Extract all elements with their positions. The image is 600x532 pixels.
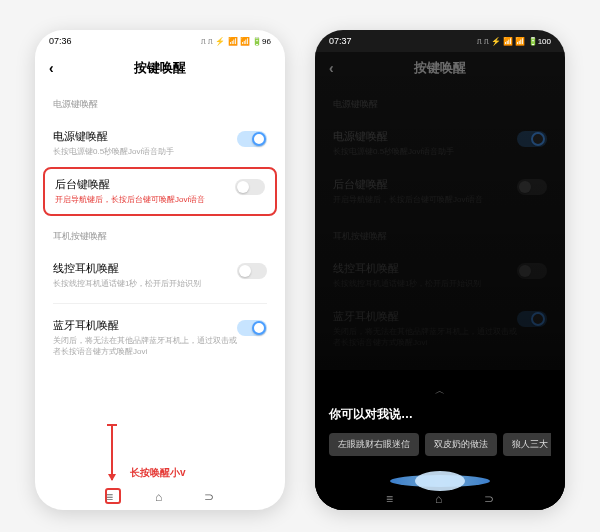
nav-bar: ≡ ⌂ ⊃	[315, 492, 565, 506]
status-icons: ⎍ ⎍ ⚡ 📶 📶 🔋100	[477, 37, 551, 46]
home-icon[interactable]: ⌂	[155, 490, 162, 504]
suggestion-chip[interactable]: 狼人三大	[503, 433, 551, 456]
item-desc: 开启导航键后，长按后台键可唤醒Jovi语音	[333, 195, 517, 205]
item-title: 电源键唤醒	[333, 129, 517, 144]
item-desc: 关闭后，将无法在其他品牌蓝牙耳机上，通过双击或者长按语音键方式唤醒Jovi	[333, 327, 517, 348]
status-bar: 07:36 ⎍ ⎍ ⚡ 📶 📶 🔋96	[35, 30, 285, 52]
svg-point-1	[415, 471, 465, 491]
toggle-back-key-wake	[517, 179, 547, 195]
page-title: 按键唤醒	[414, 59, 466, 77]
back-icon[interactable]: ‹	[329, 60, 334, 76]
back-key-wake-item: 后台键唤醒 开启导航键后，长按后台键可唤醒Jovi语音	[333, 167, 547, 215]
toggle-power-wake	[517, 131, 547, 147]
bluetooth-headset-wake-item[interactable]: 蓝牙耳机唤醒 关闭后，将无法在其他品牌蓝牙耳机上，通过双击或者长按语音键方式唤醒…	[53, 308, 267, 367]
back-nav-icon[interactable]: ⊃	[204, 490, 214, 504]
toggle-back-key-wake[interactable]	[235, 179, 265, 195]
header: ‹ 按键唤醒	[315, 52, 565, 84]
nav-bar: ≡ ⌂ ⊃	[35, 490, 285, 504]
item-desc: 长按线控耳机通话键1秒，松开后开始识别	[333, 279, 517, 289]
item-title: 蓝牙耳机唤醒	[53, 318, 237, 333]
back-nav-icon[interactable]: ⊃	[484, 492, 494, 506]
back-key-wake-item[interactable]: 后台键唤醒 开启导航键后，长按后台键可唤醒Jovi语音	[55, 175, 265, 207]
item-title: 线控耳机唤醒	[333, 261, 517, 276]
annotation-text: 长按唤醒小v	[130, 466, 186, 480]
item-title: 后台键唤醒	[55, 177, 235, 192]
settings-list: 电源键唤醒 电源键唤醒 长按电源键0.5秒唤醒Jovi语音助手 后台键唤醒 开启…	[315, 98, 565, 358]
item-title: 蓝牙耳机唤醒	[333, 309, 517, 324]
highlighted-box: 后台键唤醒 开启导航键后，长按后台键可唤醒Jovi语音	[43, 167, 277, 215]
section-label: 电源键唤醒	[333, 98, 547, 111]
home-icon[interactable]: ⌂	[435, 492, 442, 506]
suggestion-chips: 左眼跳财右眼迷信 双皮奶的做法 狼人三大	[329, 433, 551, 456]
time: 07:36	[49, 36, 72, 46]
toggle-power-wake[interactable]	[237, 131, 267, 147]
item-title: 线控耳机唤醒	[53, 261, 237, 276]
section-label: 电源键唤醒	[53, 98, 267, 111]
divider	[53, 303, 267, 304]
menu-icon[interactable]: ≡	[106, 490, 113, 504]
toggle-bluetooth-headset[interactable]	[237, 320, 267, 336]
toggle-bluetooth-headset	[517, 311, 547, 327]
item-title: 电源键唤醒	[53, 129, 237, 144]
back-icon[interactable]: ‹	[49, 60, 54, 76]
status-icons: ⎍ ⎍ ⚡ 📶 📶 🔋96	[201, 37, 271, 46]
menu-icon[interactable]: ≡	[386, 492, 393, 506]
item-desc: 关闭后，将无法在其他品牌蓝牙耳机上，通过双击或者长按语音键方式唤醒Jovi	[53, 336, 237, 357]
arrow-icon	[111, 425, 113, 480]
phone-right: 07:37 ⎍ ⎍ ⚡ 📶 📶 🔋100 ‹ 按键唤醒 电源键唤醒 电源键唤醒 …	[315, 30, 565, 510]
wired-headset-wake-item[interactable]: 线控耳机唤醒 长按线控耳机通话键1秒，松开后开始识别	[53, 251, 267, 299]
page-title: 按键唤醒	[134, 59, 186, 77]
item-desc: 开启导航键后，长按后台键可唤醒Jovi语音	[55, 195, 235, 205]
section-label: 耳机按键唤醒	[333, 230, 547, 243]
header: ‹ 按键唤醒	[35, 52, 285, 84]
item-desc: 长按线控耳机通话键1秒，松开后开始识别	[53, 279, 237, 289]
power-key-wake-item[interactable]: 电源键唤醒 长按电源键0.5秒唤醒Jovi语音助手	[53, 119, 267, 167]
section-label: 耳机按键唤醒	[53, 230, 267, 243]
time: 07:37	[329, 36, 352, 46]
voice-assistant-panel: ︿ 你可以对我说… 左眼跳财右眼迷信 双皮奶的做法 狼人三大	[315, 370, 565, 510]
item-title: 后台键唤醒	[333, 177, 517, 192]
item-desc: 长按电源键0.5秒唤醒Jovi语音助手	[333, 147, 517, 157]
annotation-arrow	[111, 425, 113, 480]
suggestion-chip[interactable]: 双皮奶的做法	[425, 433, 497, 456]
power-key-wake-item: 电源键唤醒 长按电源键0.5秒唤醒Jovi语音助手	[333, 119, 547, 167]
chevron-up-icon[interactable]: ︿	[329, 384, 551, 398]
item-desc: 长按电源键0.5秒唤醒Jovi语音助手	[53, 147, 237, 157]
wired-headset-wake-item: 线控耳机唤醒 长按线控耳机通话键1秒，松开后开始识别	[333, 251, 547, 299]
assistant-prompt: 你可以对我说…	[329, 406, 551, 423]
settings-list: 电源键唤醒 电源键唤醒 长按电源键0.5秒唤醒Jovi语音助手 后台键唤醒 开启…	[35, 98, 285, 367]
bluetooth-headset-wake-item: 蓝牙耳机唤醒 关闭后，将无法在其他品牌蓝牙耳机上，通过双击或者长按语音键方式唤醒…	[333, 299, 547, 358]
toggle-wired-headset	[517, 263, 547, 279]
status-bar: 07:37 ⎍ ⎍ ⚡ 📶 📶 🔋100	[315, 30, 565, 52]
phone-left: 07:36 ⎍ ⎍ ⚡ 📶 📶 🔋96 ‹ 按键唤醒 电源键唤醒 电源键唤醒 长…	[35, 30, 285, 510]
toggle-wired-headset[interactable]	[237, 263, 267, 279]
suggestion-chip[interactable]: 左眼跳财右眼迷信	[329, 433, 419, 456]
